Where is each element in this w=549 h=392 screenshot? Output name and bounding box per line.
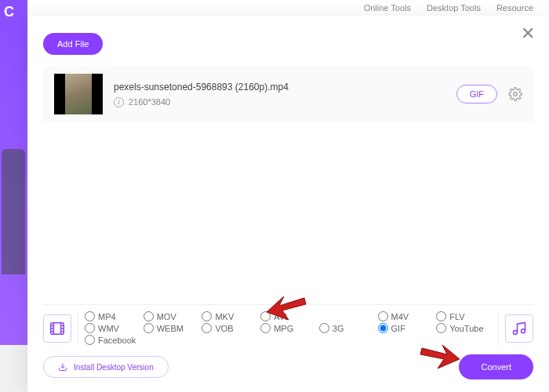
format-label: YouTube xyxy=(449,324,483,333)
music-icon xyxy=(511,321,527,336)
format-option-avi[interactable]: AVI xyxy=(260,311,316,321)
format-radio[interactable] xyxy=(319,323,329,333)
format-option-mpg[interactable]: MPG xyxy=(260,323,316,333)
format-radio[interactable] xyxy=(378,311,388,321)
format-label: FLV xyxy=(449,312,464,321)
divider xyxy=(78,312,78,345)
convert-button[interactable]: Convert xyxy=(459,354,533,379)
format-option-mp4[interactable]: MP4 xyxy=(85,311,140,321)
format-radio[interactable] xyxy=(202,311,212,321)
format-option-flv[interactable]: FLV xyxy=(436,311,492,321)
format-label: M4V xyxy=(391,312,409,321)
file-meta: i 2160*3840 xyxy=(114,97,445,107)
download-icon xyxy=(58,362,67,372)
video-category-icon[interactable] xyxy=(43,314,71,343)
close-icon: ✕ xyxy=(521,24,535,43)
convert-label: Convert xyxy=(481,362,511,372)
format-label: MP4 xyxy=(98,312,116,321)
format-radio[interactable] xyxy=(436,323,446,333)
format-radio[interactable] xyxy=(144,323,154,333)
film-icon xyxy=(49,320,66,337)
format-option-vob[interactable]: VOB xyxy=(202,323,257,333)
divider xyxy=(498,312,499,345)
format-label: AVI xyxy=(274,312,287,321)
install-label: Install Desktop Version xyxy=(74,363,154,372)
file-row: pexels-sunsetoned-5968893 (2160p).mp4 i … xyxy=(43,66,533,122)
format-label: GIF xyxy=(391,324,405,333)
audio-category-icon[interactable] xyxy=(505,314,533,343)
svg-point-0 xyxy=(514,93,518,96)
file-thumbnail[interactable] xyxy=(54,74,103,114)
add-file-button[interactable]: Add File xyxy=(43,33,103,55)
format-option-facebook[interactable]: Facebook xyxy=(85,335,140,345)
format-radio[interactable] xyxy=(260,323,271,333)
svg-point-10 xyxy=(514,330,518,334)
format-label: MOV xyxy=(157,312,176,321)
format-option-m4v[interactable]: M4V xyxy=(378,311,434,321)
format-option-gap xyxy=(319,311,375,321)
file-name: pexels-sunsetoned-5968893 (2160p).mp4 xyxy=(114,82,445,93)
format-radio[interactable] xyxy=(436,311,446,321)
settings-button[interactable] xyxy=(508,87,522,101)
info-icon[interactable]: i xyxy=(114,97,124,107)
format-option-gif[interactable]: GIF xyxy=(378,323,434,333)
file-info: pexels-sunsetoned-5968893 (2160p).mp4 i … xyxy=(114,82,445,107)
bottom-actions: Install Desktop Version Convert xyxy=(43,354,533,379)
format-label: Facebook xyxy=(98,336,136,345)
format-radio[interactable] xyxy=(85,323,95,333)
format-option-mkv[interactable]: MKV xyxy=(202,311,257,321)
format-radio[interactable] xyxy=(260,311,271,321)
format-radio[interactable] xyxy=(378,323,388,333)
format-option-wmv[interactable]: WMV xyxy=(85,323,140,333)
format-label: VOB xyxy=(215,324,233,333)
bg-logo: C xyxy=(4,4,14,20)
install-desktop-button[interactable]: Install Desktop Version xyxy=(43,356,169,378)
format-grid: MP4MOVMKVAVIM4VFLVWMVWEBMVOBMPG3GGIFYouT… xyxy=(85,311,492,345)
format-radio[interactable] xyxy=(144,311,154,321)
format-radio[interactable] xyxy=(202,323,212,333)
format-label: MPG xyxy=(274,324,293,333)
gear-icon xyxy=(508,87,522,101)
format-label: WMV xyxy=(98,324,119,333)
format-label: MKV xyxy=(215,312,234,321)
format-option-youtube[interactable]: YouTube xyxy=(436,323,492,333)
format-selector: MP4MOVMKVAVIM4VFLVWMVWEBMVOBMPG3GGIFYouT… xyxy=(43,304,533,345)
close-button[interactable]: ✕ xyxy=(521,25,535,42)
format-option-3g[interactable]: 3G xyxy=(319,323,375,333)
add-file-label: Add File xyxy=(57,39,89,49)
format-label: 3G xyxy=(333,324,344,333)
svg-point-11 xyxy=(522,328,525,332)
output-format-badge[interactable]: GIF xyxy=(456,85,497,103)
format-option-mov[interactable]: MOV xyxy=(144,311,199,321)
format-label: WEBM xyxy=(157,324,184,333)
background-illustration xyxy=(2,149,25,274)
file-resolution: 2160*3840 xyxy=(129,97,170,107)
format-radio[interactable] xyxy=(85,335,95,345)
converter-modal: ✕ Add File pexels-sunsetoned-5968893 (21… xyxy=(27,16,549,392)
format-option-webm[interactable]: WEBM xyxy=(144,323,199,333)
format-radio[interactable] xyxy=(85,311,95,321)
format-badge-label: GIF xyxy=(470,89,484,99)
